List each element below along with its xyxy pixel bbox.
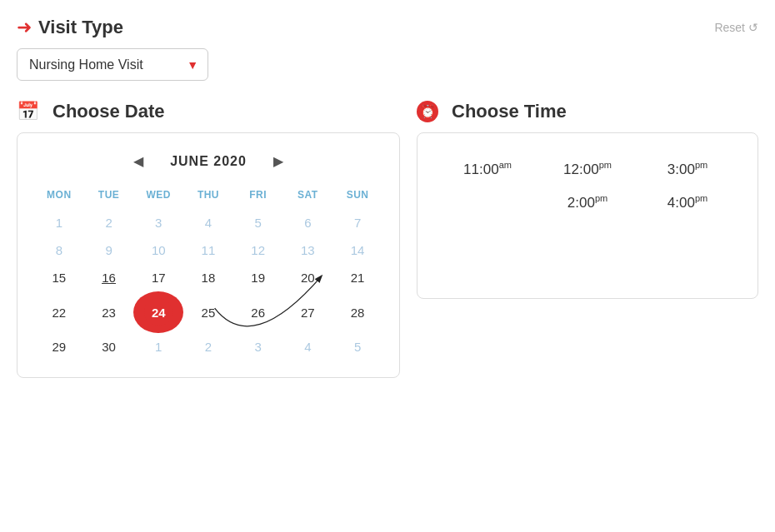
calendar-day: 6 bbox=[283, 209, 333, 236]
calendar-day: 1 bbox=[133, 333, 183, 360]
weekday-fri: FRI bbox=[233, 186, 283, 209]
calendar-day[interactable]: 29 bbox=[34, 333, 84, 360]
calendar-month-label: JUNE 2020 bbox=[170, 154, 247, 169]
reset-button[interactable]: Reset ↺ bbox=[714, 21, 758, 34]
calendar-day[interactable]: 18 bbox=[183, 264, 233, 291]
reset-icon: ↺ bbox=[748, 21, 758, 34]
main-columns: 📅 Choose Date ◀ JUNE 2020 ▶ MON TUE WED … bbox=[17, 101, 758, 378]
calendar-day[interactable]: 25 bbox=[183, 291, 233, 333]
calendar-day: 12 bbox=[233, 236, 283, 264]
time-slot[interactable]: 4:00pm bbox=[641, 193, 734, 211]
time-slot bbox=[441, 193, 534, 211]
calendar-day[interactable]: 22 bbox=[34, 291, 84, 333]
calendar-weekday-row: MON TUE WED THU FRI SAT SUN bbox=[34, 186, 382, 209]
visit-type-select[interactable]: Nursing Home Visit Home Visit Office Vis… bbox=[17, 48, 208, 81]
calendar-day: 3 bbox=[133, 209, 183, 236]
calendar-day: 5 bbox=[332, 333, 382, 360]
calendar-week-row: 15161718192021 bbox=[34, 264, 382, 291]
calendar-day[interactable]: 26 bbox=[233, 291, 283, 333]
visit-type-icon: ➜ bbox=[17, 17, 32, 38]
calendar-day: 13 bbox=[283, 236, 333, 264]
calendar-week-row: 22232425262728 bbox=[34, 291, 382, 333]
calendar-day: 2 bbox=[183, 333, 233, 360]
visit-type-header: ➜ Visit Type Reset ↺ bbox=[17, 17, 758, 38]
calendar-day: 14 bbox=[332, 236, 382, 264]
next-month-button[interactable]: ▶ bbox=[267, 150, 290, 172]
calendar-day: 4 bbox=[183, 209, 233, 236]
calendar-day[interactable]: 24 bbox=[133, 291, 183, 333]
calendar-day[interactable]: 23 bbox=[84, 291, 134, 333]
weekday-wed: WED bbox=[133, 186, 183, 209]
time-title: Choose Time bbox=[452, 101, 567, 122]
calendar-week-row: 293012345 bbox=[34, 333, 382, 360]
weekday-mon: MON bbox=[34, 186, 84, 209]
weekday-thu: THU bbox=[183, 186, 233, 209]
calendar-day[interactable]: 28 bbox=[332, 291, 382, 333]
calendar-day[interactable]: 17 bbox=[133, 264, 183, 291]
weekday-tue: TUE bbox=[84, 186, 134, 209]
time-slot[interactable]: 3:00pm bbox=[641, 160, 734, 178]
calendar-week-row: 1234567 bbox=[34, 209, 382, 236]
calendar-day: 4 bbox=[283, 333, 333, 360]
calendar-day: 3 bbox=[233, 333, 283, 360]
time-header: ⏰ Choose Time bbox=[417, 101, 758, 122]
calendar-day[interactable]: 20 bbox=[283, 264, 333, 291]
time-slot[interactable]: 2:00pm bbox=[541, 193, 634, 211]
calendar-day[interactable]: 15 bbox=[34, 264, 84, 291]
calendar-week-row: 891011121314 bbox=[34, 236, 382, 264]
clock-icon: ⏰ bbox=[417, 101, 438, 122]
calendar-day[interactable]: 30 bbox=[84, 333, 134, 360]
time-grid: 11:00am12:00pm3:00pm 2:00pm4:00pm bbox=[441, 160, 734, 211]
time-section: ⏰ Choose Time 11:00am12:00pm3:00pm 2:00p… bbox=[417, 101, 758, 299]
calendar-header: 📅 Choose Date bbox=[17, 101, 400, 122]
calendar-day[interactable]: 21 bbox=[332, 264, 382, 291]
calendar-nav: ◀ JUNE 2020 ▶ bbox=[34, 150, 382, 172]
calendar-title: Choose Date bbox=[52, 101, 164, 122]
prev-month-button[interactable]: ◀ bbox=[127, 150, 150, 172]
calendar-icon: 📅 bbox=[17, 101, 39, 122]
visit-type-section: ➜ Visit Type Reset ↺ Nursing Home Visit … bbox=[17, 17, 758, 81]
calendar-day: 8 bbox=[34, 236, 84, 264]
calendar-day: 5 bbox=[233, 209, 283, 236]
time-box: 11:00am12:00pm3:00pm 2:00pm4:00pm bbox=[417, 132, 758, 299]
weekday-sun: SUN bbox=[332, 186, 382, 209]
calendar-section: 📅 Choose Date ◀ JUNE 2020 ▶ MON TUE WED … bbox=[17, 101, 400, 378]
calendar-day: 10 bbox=[133, 236, 183, 264]
calendar-day: 2 bbox=[84, 209, 134, 236]
calendar-grid: MON TUE WED THU FRI SAT SUN 123456789101… bbox=[34, 186, 382, 360]
calendar-day[interactable]: 16 bbox=[84, 264, 134, 291]
calendar-box: ◀ JUNE 2020 ▶ MON TUE WED THU FRI SAT SU… bbox=[17, 132, 400, 378]
calendar-day: 7 bbox=[332, 209, 382, 236]
calendar-day: 9 bbox=[84, 236, 134, 264]
calendar-day[interactable]: 27 bbox=[283, 291, 333, 333]
calendar-day: 1 bbox=[34, 209, 84, 236]
calendar-day: 11 bbox=[183, 236, 233, 264]
visit-type-dropdown-wrapper: Nursing Home Visit Home Visit Office Vis… bbox=[17, 48, 208, 81]
visit-type-title: Visit Type bbox=[38, 17, 123, 38]
time-slot[interactable]: 11:00am bbox=[441, 160, 534, 178]
weekday-sat: SAT bbox=[283, 186, 333, 209]
calendar-day[interactable]: 19 bbox=[233, 264, 283, 291]
time-slot[interactable]: 12:00pm bbox=[541, 160, 634, 178]
